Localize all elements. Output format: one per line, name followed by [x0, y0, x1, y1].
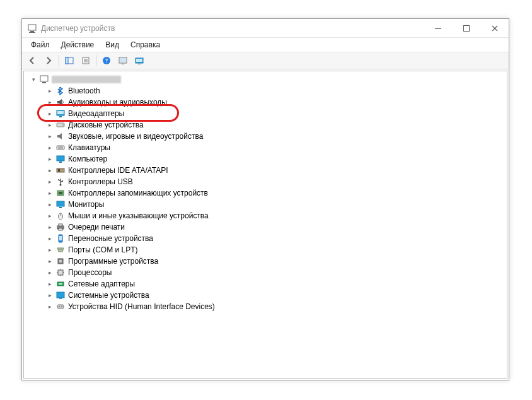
expander-closed-icon[interactable]: ▸: [45, 177, 54, 186]
tree-item-processors[interactable]: ▸ Процессоры: [29, 267, 507, 278]
svg-rect-17: [136, 59, 142, 62]
ide-controller-icon: [55, 165, 66, 175]
tree-item-label: Bluetooth: [68, 86, 100, 95]
tree-item-bluetooth[interactable]: ▸ Bluetooth: [29, 85, 507, 97]
toolbar: ?: [22, 52, 509, 69]
expander-closed-icon[interactable]: ▸: [45, 234, 54, 243]
tree-item-label: Клавиатуры: [68, 143, 110, 152]
expander-closed-icon[interactable]: ▸: [45, 257, 54, 266]
expander-closed-icon[interactable]: ▸: [45, 121, 54, 129]
svg-rect-31: [57, 168, 64, 172]
tree-item-label: Компьютер: [68, 155, 107, 163]
svg-rect-59: [59, 283, 62, 285]
nav-back-button[interactable]: [25, 54, 40, 68]
computer-icon: [39, 74, 49, 85]
tree-item-hid-devices[interactable]: ▸ Устройства HID (Human Interface Device…: [29, 301, 507, 312]
expander-closed-icon[interactable]: ▸: [45, 211, 54, 220]
expander-closed-icon[interactable]: ▸: [45, 143, 54, 152]
tree-item-ide-controllers[interactable]: ▸ Контроллеры IDE ATA/ATAPI: [29, 165, 507, 176]
system-device-icon: [55, 290, 66, 300]
expander-closed-icon[interactable]: ▸: [45, 109, 54, 118]
expander-closed-icon[interactable]: ▸: [45, 291, 54, 300]
toolbar-separator: [59, 55, 59, 66]
svg-rect-6: [66, 57, 68, 64]
tree-item-video-adapters[interactable]: ▸ Видеоадаптеры: [29, 108, 507, 119]
tree-item-portable-devices[interactable]: ▸ Переносные устройства: [29, 233, 507, 244]
expander-closed-icon[interactable]: ▸: [45, 223, 54, 232]
expander-closed-icon[interactable]: ▸: [45, 279, 54, 288]
tree-item-label: Мониторы: [68, 200, 104, 209]
tree-item-monitors[interactable]: ▸ Мониторы: [29, 199, 507, 210]
svg-text:?: ?: [105, 57, 108, 64]
nav-forward-button[interactable]: [41, 54, 56, 68]
svg-rect-53: [58, 270, 63, 275]
tree-item-label: Процессоры: [68, 268, 112, 277]
svg-rect-62: [57, 305, 64, 309]
maximize-button[interactable]: [452, 19, 480, 37]
tree-item-computer[interactable]: ▸ Компьютер: [29, 153, 507, 165]
expander-closed-icon[interactable]: ▸: [45, 86, 54, 95]
tree-item-keyboards[interactable]: ▸ Клавиатуры: [29, 142, 507, 153]
tree-item-sound-game-video[interactable]: ▸ Звуковые, игровые и видеоустройства: [29, 131, 507, 142]
svg-rect-19: [40, 76, 48, 81]
menu-action[interactable]: Действие: [56, 39, 100, 50]
tree-item-label: Порты (COM и LPT): [68, 245, 138, 254]
expander-closed-icon[interactable]: ▸: [45, 268, 54, 277]
tree-item-disk-drives[interactable]: ▸ Дисковые устройства: [29, 119, 507, 131]
svg-rect-3: [435, 28, 441, 29]
portable-device-icon: [55, 233, 66, 244]
svg-rect-29: [57, 156, 64, 161]
tree-item-label: Контроллеры запоминающих устройств: [68, 189, 208, 197]
svg-point-35: [58, 179, 59, 180]
svg-rect-0: [28, 25, 36, 30]
expander-closed-icon[interactable]: ▸: [45, 166, 54, 175]
tree-item-audio-io[interactable]: ▸ Аудиовходы и аудиовыходы: [29, 97, 507, 108]
expander-closed-icon[interactable]: ▸: [45, 245, 54, 254]
hid-device-icon: [55, 302, 66, 312]
tree-item-usb-controllers[interactable]: ▸ Контроллеры USB: [29, 176, 507, 187]
storage-controller-icon: [55, 188, 66, 198]
expander-closed-icon[interactable]: ▸: [45, 189, 54, 197]
scan-hardware-button[interactable]: [115, 54, 130, 68]
svg-rect-4: [463, 25, 469, 31]
help-button[interactable]: ?: [99, 54, 114, 68]
device-tree[interactable]: ▾ ▸ Bluetooth ▸ Аудиовходы и аудиовыходы…: [23, 71, 507, 379]
tree-item-system-devices[interactable]: ▸ Системные устройства: [29, 290, 507, 301]
svg-rect-60: [57, 292, 64, 298]
expander-closed-icon[interactable]: ▸: [45, 302, 54, 311]
tree-item-label: Контроллеры USB: [68, 177, 133, 186]
svg-point-64: [61, 306, 62, 307]
expander-open-icon[interactable]: ▾: [29, 75, 38, 84]
expander-closed-icon[interactable]: ▸: [45, 200, 54, 209]
menu-view[interactable]: Вид: [100, 39, 124, 50]
properties-button[interactable]: [78, 54, 93, 68]
tree-item-mice[interactable]: ▸ Мыши и иные указывающие устройства: [29, 210, 507, 221]
expander-closed-icon[interactable]: ▸: [45, 98, 54, 107]
update-driver-button[interactable]: [132, 54, 147, 68]
tree-item-network-adapters[interactable]: ▸ Сетевые адаптеры: [29, 278, 507, 290]
close-button[interactable]: [480, 19, 509, 37]
menu-file[interactable]: Файл: [26, 39, 55, 50]
tree-item-storage-controllers[interactable]: ▸ Контроллеры запоминающих устройств: [29, 187, 507, 199]
tree-item-print-queues[interactable]: ▸ Очереди печати: [29, 221, 507, 233]
show-hide-tree-button[interactable]: [62, 54, 77, 68]
tree-root[interactable]: ▾: [29, 74, 507, 85]
tree-item-software-devices[interactable]: ▸ Программные устройства: [29, 256, 507, 267]
minimize-button[interactable]: [424, 19, 452, 37]
menu-help[interactable]: Справка: [125, 39, 165, 50]
device-manager-window: Диспетчер устройств Файл Действие Вид Сп…: [21, 18, 509, 380]
tree-item-label: Звуковые, игровые и видеоустройства: [68, 132, 203, 141]
monitor-icon: [55, 199, 66, 209]
audio-io-icon: [55, 97, 66, 107]
svg-rect-20: [42, 82, 46, 83]
serial-port-icon: [55, 245, 66, 255]
svg-point-63: [59, 306, 60, 307]
tree-item-ports[interactable]: ▸ Порты (COM и LPT): [29, 244, 507, 256]
svg-rect-15: [122, 64, 124, 64]
tree-item-label: Устройства HID (Human Interface Devices): [68, 302, 215, 311]
keyboard-icon: [55, 143, 66, 153]
disk-drive-icon: [55, 120, 66, 130]
expander-closed-icon[interactable]: ▸: [45, 132, 54, 141]
expander-closed-icon[interactable]: ▸: [45, 155, 54, 163]
network-adapter-icon: [55, 279, 66, 289]
